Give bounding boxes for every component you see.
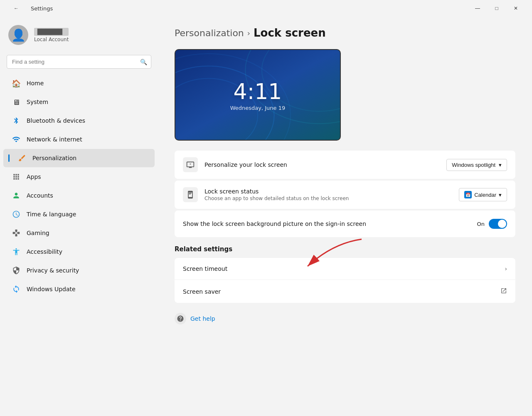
breadcrumb: Personalization › Lock screen [175, 27, 515, 39]
lock-status-subtitle: Choose an app to show detailed status on… [204, 196, 459, 201]
time-icon [12, 210, 21, 219]
sidebar-item-gaming[interactable]: Gaming [3, 224, 155, 242]
show-bg-card: Show the lock screen background picture … [175, 210, 515, 237]
screen-saver-row[interactable]: Screen saver [175, 280, 515, 303]
minimize-button[interactable]: — [468, 2, 487, 15]
sidebar: 👤 ██████ Local Account 🔍 🏠 Home 🖥 System [0, 17, 158, 416]
user-icon: 👤 [11, 28, 26, 42]
calendar-value: Calendar [474, 192, 496, 198]
sidebar-item-personalization[interactable]: Personalization [3, 149, 155, 167]
home-icon: 🏠 [12, 79, 21, 88]
help-section: Get help [175, 310, 515, 328]
sidebar-item-label-apps: Apps [27, 173, 41, 180]
screen-timeout-chevron-icon: › [505, 265, 507, 272]
show-bg-toggle[interactable] [489, 219, 507, 229]
lock-preview-container: 4:11 Wednesday, June 19 [175, 49, 515, 141]
external-link-icon [500, 287, 507, 295]
accounts-icon [12, 191, 21, 200]
titlebar: ← Settings — □ ✕ [0, 0, 532, 17]
personalize-lock-title: Personalize your lock screen [204, 161, 446, 168]
lock-status-row: Lock screen status Choose an app to show… [175, 181, 515, 209]
personalize-lock-card: Personalize your lock screen Windows spo… [175, 151, 515, 179]
sidebar-nav: 🏠 Home 🖥 System Bluetooth & devices N [0, 74, 158, 299]
maximize-button[interactable]: □ [487, 2, 506, 15]
sidebar-item-label-gaming: Gaming [27, 230, 49, 236]
sidebar-item-update[interactable]: Windows Update [3, 280, 155, 298]
personalize-lock-value: Windows spotlight [452, 162, 495, 168]
sidebar-item-home[interactable]: 🏠 Home [3, 74, 155, 92]
sidebar-item-label-update: Windows Update [27, 286, 76, 292]
sidebar-item-label-home: Home [27, 80, 44, 87]
main-content: Personalization › Lock screen [158, 17, 532, 416]
lock-screen-icon [183, 157, 198, 172]
sidebar-item-time[interactable]: Time & language [3, 205, 155, 223]
lock-screen-time: 4:11 [234, 79, 282, 104]
close-button[interactable]: ✕ [506, 2, 525, 15]
lock-status-control: 📅 Calendar ▾ [459, 188, 507, 201]
sidebar-item-label-network: Network & internet [27, 136, 82, 143]
window-controls: — □ ✕ [468, 2, 525, 15]
breadcrumb-current: Lock screen [254, 27, 326, 39]
show-bg-row: Show the lock screen background picture … [175, 210, 515, 237]
calendar-chevron-icon: ▾ [499, 192, 502, 198]
back-button[interactable]: ← [7, 2, 26, 15]
show-bg-title: Show the lock screen background picture … [183, 220, 477, 227]
personalize-lock-text: Personalize your lock screen [204, 161, 446, 168]
sidebar-item-label-time: Time & language [27, 211, 76, 218]
screen-saver-label: Screen saver [183, 288, 500, 295]
related-items-card: Screen timeout › Screen saver [175, 258, 515, 303]
personalize-lock-control: Windows spotlight ▾ [446, 159, 507, 171]
sidebar-item-network[interactable]: Network & internet [3, 130, 155, 149]
search-icon: 🔍 [140, 59, 147, 65]
sidebar-item-privacy[interactable]: Privacy & security [3, 261, 155, 280]
system-icon: 🖥 [12, 97, 21, 106]
sidebar-item-label-privacy: Privacy & security [27, 267, 79, 274]
show-bg-control: On [477, 219, 507, 229]
search-box: 🔍 [7, 55, 151, 69]
sidebar-item-label-accounts: Accounts [27, 192, 53, 199]
svg-rect-6 [190, 164, 191, 165]
accessibility-icon [12, 247, 21, 256]
sidebar-item-label-personalization: Personalization [32, 155, 76, 161]
lock-screen-date: Wednesday, June 19 [230, 105, 286, 111]
bluetooth-icon [12, 116, 21, 125]
apps-icon [12, 172, 21, 181]
toggle-thumb [498, 220, 506, 228]
screen-timeout-row[interactable]: Screen timeout › [175, 258, 515, 280]
personalize-lock-dropdown[interactable]: Windows spotlight ▾ [446, 159, 507, 171]
user-name-hidden: ██████ [34, 28, 69, 36]
sidebar-item-accounts[interactable]: Accounts [3, 186, 155, 205]
lock-status-title: Lock screen status [204, 188, 459, 195]
get-help-link[interactable]: Get help [190, 315, 215, 322]
privacy-icon [12, 266, 21, 275]
sidebar-item-accessibility[interactable]: Accessibility [3, 243, 155, 261]
breadcrumb-separator: › [247, 29, 250, 37]
update-icon [12, 285, 21, 294]
search-input[interactable] [7, 55, 151, 69]
user-info: ██████ Local Account [34, 28, 69, 42]
avatar: 👤 [8, 25, 28, 45]
user-label: Local Account [34, 37, 69, 42]
screen-timeout-label: Screen timeout [183, 265, 505, 272]
sidebar-item-label-bluetooth: Bluetooth & devices [27, 117, 85, 124]
sidebar-item-bluetooth[interactable]: Bluetooth & devices [3, 111, 155, 130]
personalization-icon [17, 154, 27, 163]
help-icon [175, 313, 186, 324]
sidebar-item-apps[interactable]: Apps [3, 168, 155, 186]
lock-preview: 4:11 Wednesday, June 19 [175, 49, 341, 141]
calendar-dropdown[interactable]: 📅 Calendar ▾ [459, 188, 507, 201]
user-section: 👤 ██████ Local Account [0, 17, 158, 53]
gaming-icon [12, 228, 21, 238]
sidebar-item-system[interactable]: 🖥 System [3, 93, 155, 111]
lock-status-text: Lock screen status Choose an app to show… [204, 188, 459, 201]
sidebar-item-label-system: System [27, 99, 48, 105]
app-title: Settings [31, 5, 53, 12]
sidebar-item-label-accessibility: Accessibility [27, 248, 62, 255]
toggle-container: On [477, 219, 507, 229]
calendar-icon: 📅 [464, 191, 472, 198]
toggle-label: On [477, 221, 485, 227]
app-body: 👤 ██████ Local Account 🔍 🏠 Home 🖥 System [0, 17, 532, 416]
show-bg-text: Show the lock screen background picture … [183, 220, 477, 227]
lock-status-card: Lock screen status Choose an app to show… [175, 181, 515, 209]
breadcrumb-parent[interactable]: Personalization [175, 28, 244, 38]
